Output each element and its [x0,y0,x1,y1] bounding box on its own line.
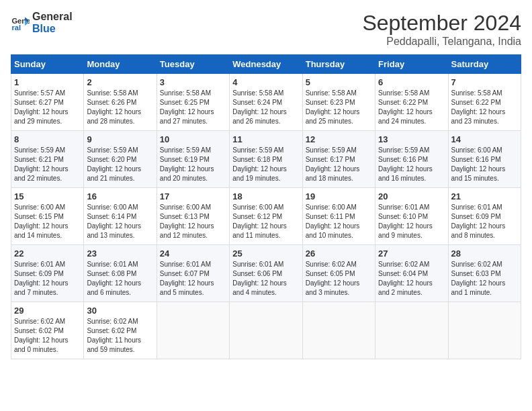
day-info: Sunrise: 5:58 AMSunset: 6:23 PMDaylight:… [306,89,360,125]
page-header: Gene ral General Blue September 2024 Ped… [11,11,521,48]
day-number: 18 [232,191,299,201]
calendar-week-1: 1Sunrise: 5:57 AMSunset: 6:27 PMDaylight… [11,74,521,131]
calendar-cell [302,302,375,359]
day-info: Sunrise: 5:59 AMSunset: 6:20 PMDaylight:… [87,146,141,182]
day-number: 19 [306,191,372,201]
calendar-cell: 13Sunrise: 5:59 AMSunset: 6:16 PMDayligh… [375,131,448,188]
day-number: 22 [14,248,81,259]
location-title: Peddapalli, Telangana, India [362,36,521,48]
calendar-cell: 24Sunrise: 6:01 AMSunset: 6:07 PMDayligh… [157,245,229,302]
calendar-cell: 9Sunrise: 5:59 AMSunset: 6:20 PMDaylight… [84,131,157,188]
day-number: 29 [14,306,81,316]
day-number: 17 [160,191,226,201]
day-number: 15 [14,191,81,201]
calendar-cell: 26Sunrise: 6:02 AMSunset: 6:05 PMDayligh… [302,245,375,302]
calendar-cell: 17Sunrise: 6:00 AMSunset: 6:13 PMDayligh… [157,188,229,245]
logo-icon: Gene ral [11,13,30,32]
calendar-week-2: 8Sunrise: 5:59 AMSunset: 6:21 PMDaylight… [11,131,521,188]
day-number: 14 [451,134,518,144]
day-info: Sunrise: 6:02 AMSunset: 6:03 PMDaylight:… [451,261,506,296]
weekday-header-monday: Monday [84,55,157,74]
day-info: Sunrise: 6:02 AMSunset: 6:05 PMDaylight:… [306,261,360,296]
day-number: 3 [160,77,226,87]
calendar-cell: 30Sunrise: 6:02 AMSunset: 6:02 PMDayligh… [84,302,157,359]
day-number: 20 [378,191,445,201]
day-info: Sunrise: 5:58 AMSunset: 6:22 PMDaylight:… [378,89,433,125]
day-number: 25 [232,248,299,259]
day-info: Sunrise: 6:00 AMSunset: 6:12 PMDaylight:… [232,203,287,239]
day-info: Sunrise: 6:01 AMSunset: 6:10 PMDaylight:… [378,203,433,239]
day-number: 23 [87,248,153,259]
day-number: 8 [14,134,81,144]
logo-text-line2: Blue [32,23,73,35]
day-info: Sunrise: 6:02 AMSunset: 6:04 PMDaylight:… [378,261,433,296]
day-info: Sunrise: 5:58 AMSunset: 6:24 PMDaylight:… [232,89,287,125]
calendar-cell: 23Sunrise: 6:01 AMSunset: 6:08 PMDayligh… [84,245,157,302]
calendar-cell: 3Sunrise: 5:58 AMSunset: 6:25 PMDaylight… [157,74,229,131]
day-number: 9 [87,134,153,144]
calendar-cell: 22Sunrise: 6:01 AMSunset: 6:09 PMDayligh… [11,245,84,302]
calendar-cell: 18Sunrise: 6:00 AMSunset: 6:12 PMDayligh… [230,188,302,245]
calendar-cell [448,302,521,359]
day-number: 6 [378,77,445,87]
calendar-cell: 15Sunrise: 6:00 AMSunset: 6:15 PMDayligh… [11,188,84,245]
day-number: 26 [306,248,372,259]
calendar-cell: 25Sunrise: 6:01 AMSunset: 6:06 PMDayligh… [230,245,302,302]
calendar-cell: 11Sunrise: 5:59 AMSunset: 6:18 PMDayligh… [230,131,302,188]
calendar-cell: 10Sunrise: 5:59 AMSunset: 6:19 PMDayligh… [157,131,229,188]
calendar-cell: 27Sunrise: 6:02 AMSunset: 6:04 PMDayligh… [375,245,448,302]
weekday-header-tuesday: Tuesday [157,55,229,74]
day-info: Sunrise: 6:01 AMSunset: 6:08 PMDaylight:… [87,261,141,296]
day-info: Sunrise: 6:01 AMSunset: 6:07 PMDaylight:… [160,261,214,296]
day-info: Sunrise: 6:00 AMSunset: 6:15 PMDaylight:… [14,203,69,239]
day-info: Sunrise: 5:59 AMSunset: 6:17 PMDaylight:… [306,146,360,182]
calendar-cell: 20Sunrise: 6:01 AMSunset: 6:10 PMDayligh… [375,188,448,245]
day-info: Sunrise: 5:58 AMSunset: 6:26 PMDaylight:… [87,89,141,125]
month-title: September 2024 [362,11,521,36]
weekday-header-thursday: Thursday [302,55,375,74]
day-info: Sunrise: 5:58 AMSunset: 6:22 PMDaylight:… [451,89,506,125]
logo-text-line1: General [32,11,73,23]
calendar-cell [230,302,302,359]
calendar-week-3: 15Sunrise: 6:00 AMSunset: 6:15 PMDayligh… [11,188,521,245]
day-number: 11 [232,134,299,144]
day-number: 30 [87,306,153,316]
calendar-cell: 21Sunrise: 6:01 AMSunset: 6:09 PMDayligh… [448,188,521,245]
day-number: 27 [378,248,445,259]
day-number: 1 [14,77,81,87]
weekday-header-sunday: Sunday [11,55,84,74]
day-info: Sunrise: 5:59 AMSunset: 6:21 PMDaylight:… [14,146,69,182]
day-info: Sunrise: 5:59 AMSunset: 6:19 PMDaylight:… [160,146,214,182]
weekday-header-wednesday: Wednesday [230,55,302,74]
calendar-cell: 14Sunrise: 6:00 AMSunset: 6:16 PMDayligh… [448,131,521,188]
day-info: Sunrise: 6:01 AMSunset: 6:09 PMDaylight:… [451,203,506,239]
day-info: Sunrise: 6:00 AMSunset: 6:16 PMDaylight:… [451,146,506,182]
calendar-cell: 6Sunrise: 5:58 AMSunset: 6:22 PMDaylight… [375,74,448,131]
logo: Gene ral General Blue [11,11,73,34]
calendar-cell: 29Sunrise: 6:02 AMSunset: 6:02 PMDayligh… [11,302,84,359]
day-info: Sunrise: 6:01 AMSunset: 6:09 PMDaylight:… [14,261,69,296]
calendar-cell: 7Sunrise: 5:58 AMSunset: 6:22 PMDaylight… [448,74,521,131]
calendar-cell: 5Sunrise: 5:58 AMSunset: 6:23 PMDaylight… [302,74,375,131]
day-info: Sunrise: 6:01 AMSunset: 6:06 PMDaylight:… [232,261,287,296]
day-number: 13 [378,134,445,144]
day-info: Sunrise: 5:57 AMSunset: 6:27 PMDaylight:… [14,89,69,125]
calendar-cell: 4Sunrise: 5:58 AMSunset: 6:24 PMDaylight… [230,74,302,131]
day-number: 7 [451,77,518,87]
day-number: 28 [451,248,518,259]
calendar-cell: 12Sunrise: 5:59 AMSunset: 6:17 PMDayligh… [302,131,375,188]
weekday-header-row: SundayMondayTuesdayWednesdayThursdayFrid… [11,55,521,74]
day-number: 10 [160,134,226,144]
calendar-week-4: 22Sunrise: 6:01 AMSunset: 6:09 PMDayligh… [11,245,521,302]
calendar-cell [375,302,448,359]
weekday-header-friday: Friday [375,55,448,74]
day-number: 24 [160,248,226,259]
weekday-header-saturday: Saturday [448,55,521,74]
calendar-table: SundayMondayTuesdayWednesdayThursdayFrid… [11,54,521,359]
calendar-cell [157,302,229,359]
day-info: Sunrise: 6:00 AMSunset: 6:11 PMDaylight:… [306,203,360,239]
day-number: 12 [306,134,372,144]
day-info: Sunrise: 5:59 AMSunset: 6:18 PMDaylight:… [232,146,287,182]
day-number: 2 [87,77,153,87]
svg-text:ral: ral [11,24,21,32]
